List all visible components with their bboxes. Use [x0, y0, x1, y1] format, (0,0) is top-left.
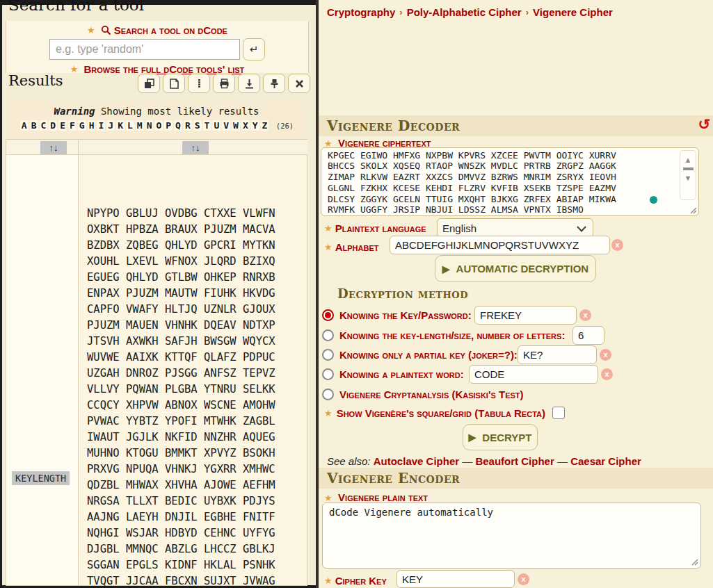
results-table: ↑↓ ↑↓ NPYPO GBLUJ OVDBG CTXXE VLWFNOXBKT…	[6, 139, 307, 586]
textarea-scrollbar[interactable]: ▲ ▼	[680, 150, 696, 200]
document-button[interactable]	[163, 74, 185, 93]
plaintext-value: dCode Vigenere automatically	[329, 507, 700, 518]
plaintext-label: Vigenere plain text	[338, 491, 428, 503]
scroll-down-icon[interactable]: ▼	[684, 173, 692, 183]
see-also-label: See also:	[327, 455, 371, 467]
search-input[interactable]	[49, 39, 240, 60]
clear-key-button[interactable]: x	[579, 309, 591, 321]
copy-button[interactable]	[138, 74, 160, 93]
alphabet-letter: W	[232, 120, 240, 131]
caesar-cipher-link[interactable]: Caesar Cipher	[570, 455, 641, 467]
results-heading: Results	[8, 72, 63, 89]
result-row: WUVWE AAIXK KTTQF QLAFZ PDPUC	[87, 350, 307, 366]
decrypt-button[interactable]: ▶ DECRYPT	[463, 424, 538, 450]
alphabet-letter: C	[40, 120, 48, 131]
breadcrumb-separator: ›	[526, 7, 529, 17]
autoclave-cipher-link[interactable]: Autoclave Cipher	[374, 455, 459, 467]
breadcrumb-vigenere[interactable]: Vigenere Cipher	[533, 6, 613, 18]
search-submit-button[interactable]: ↵	[243, 38, 265, 60]
cipher-key-input[interactable]	[396, 570, 515, 588]
clear-cipher-key-button[interactable]: x	[518, 573, 529, 585]
alphabet-letter: U	[212, 120, 221, 131]
pin-button[interactable]	[263, 74, 285, 93]
clear-alphabet-button[interactable]: x	[611, 239, 623, 251]
partial-key-input[interactable]	[518, 345, 597, 364]
beaufort-cipher-link[interactable]: Beaufort Cipher	[475, 455, 554, 467]
sort-column1-button[interactable]: ↑↓	[40, 141, 67, 154]
breadcrumb-cryptography[interactable]: Cryptography	[327, 6, 395, 18]
alphabet-letter: N	[145, 120, 154, 131]
extension-dot[interactable]	[650, 196, 657, 204]
alphabet-count: (26)	[276, 122, 294, 130]
language-select[interactable]: English	[437, 218, 593, 238]
download-icon	[243, 78, 255, 90]
barcode-button[interactable]	[188, 74, 210, 93]
result-row: UZGAH DNROZ PJSGG ANFSZ TEPVZ	[87, 366, 307, 382]
chevron-down-icon	[577, 226, 586, 232]
ciphertext-textarea[interactable]: BEMPL ERTEB TYBXP AILBK YEYEG EBIRE QHPO…	[321, 147, 699, 216]
scroll-thumb[interactable]	[683, 168, 694, 170]
alphabet-tiles: ABCDEFGHIJKLMNOPQRSTUVWXYZ (26)	[6, 119, 307, 131]
return-icon: ↵	[250, 43, 259, 56]
result-row: PRXVG NPUQA VHNKJ YGXRR XMHWC	[87, 462, 307, 477]
resize-handle-icon[interactable]	[689, 206, 697, 214]
language-label: Plaintext language	[335, 222, 426, 234]
method-row-partial: Knowing only a partial key (joker=?):	[322, 349, 518, 361]
left-panel: Search for a tool ★ Search a tool on dCo…	[2, 0, 316, 588]
warning-text: Showing most likely results	[101, 106, 259, 117]
alphabet-letter: D	[49, 120, 57, 131]
alphabet-letter: Q	[174, 120, 182, 131]
clear-partial-button[interactable]: x	[600, 349, 611, 361]
download-button[interactable]	[238, 74, 260, 93]
close-results-button[interactable]	[288, 74, 310, 93]
method-row-key: Knowing the Key/Password:	[322, 309, 472, 321]
alphabet-letter: J	[106, 120, 115, 131]
square-grid-row: ★ Show Vigenère's square/grid (Tabula Re…	[324, 407, 565, 419]
star-icon: ★	[324, 242, 333, 252]
alphabet-letter: A	[20, 120, 29, 131]
result-row: NRGSA TLLXT BEDIC UYBXK PDJYS	[87, 493, 307, 509]
ciphertext-line: ZIMAP RLKVW EAZRT XXZCS DMVVZ BZRWS MNRI…	[328, 172, 698, 183]
result-row: MUHNO KTOGU BMMKT XPVYZ BSOKH	[87, 446, 307, 462]
ciphertext-line: BHCCS SKOLX XQSEQ RTAOP WNSZK MVDLC PRTR…	[328, 161, 698, 172]
square-grid-checkbox[interactable]	[552, 407, 565, 419]
method-keylength-label: Knowing the key-length/size, number of l…	[339, 329, 565, 341]
search-box: ★ Search a tool on dCode ↵ ★ Browse the …	[6, 21, 309, 73]
result-row: TVQGT JJCAA FBCXN SUJXT JVWAG	[87, 573, 307, 588]
radio-partial-key[interactable]	[322, 349, 334, 361]
key-password-input[interactable]	[474, 306, 577, 325]
alphabet-label: Alphabet	[335, 241, 379, 253]
radio-key-length[interactable]	[322, 329, 334, 341]
star-icon: ★	[87, 25, 95, 35]
resize-handle-icon[interactable]	[690, 557, 698, 566]
result-row: EGUEG QHLYD GTLBW OHKEP RNRXB	[87, 270, 307, 286]
search-icon	[101, 25, 111, 35]
play-icon: ▶	[469, 432, 476, 443]
clear-word-button[interactable]: x	[601, 368, 613, 380]
plaintext-word-input[interactable]	[469, 365, 598, 384]
print-button[interactable]	[213, 74, 235, 93]
breadcrumb: Cryptography › Poly-Alphabetic Cipher › …	[327, 6, 613, 18]
alphabet-letter: M	[136, 120, 144, 131]
result-row: OXBKT HPBZA BRAUX PJUZM MACVA	[87, 222, 307, 238]
result-row: BZDBX ZQBEG QHLYD GPCRI MYTKN	[87, 238, 307, 254]
dash-separator: —	[462, 455, 472, 467]
alphabet-letter: R	[184, 120, 192, 131]
alphabet-row: ★ Alphabet	[324, 241, 378, 253]
result-row: PVWAC YYBTZ YPOFI MTWHK ZAGBL	[87, 414, 307, 430]
radio-cryptanalysis[interactable]	[322, 389, 334, 400]
key-length-input[interactable]	[572, 326, 604, 345]
plaintext-textarea[interactable]: dCode Vigenere automatically	[322, 503, 701, 569]
scroll-up-icon[interactable]: ▲	[684, 155, 692, 165]
alphabet-letter: I	[97, 120, 105, 131]
refresh-icon[interactable]: ↺	[698, 116, 710, 133]
radio-plaintext-word[interactable]	[322, 368, 334, 380]
result-row: JTSVH AXWKH SAFJH BWSGW WQYCX	[87, 334, 307, 350]
automatic-decryption-button[interactable]: ▶ AUTOMATIC DECRYPTION	[435, 255, 596, 282]
radio-key-password[interactable]	[322, 309, 334, 321]
alphabet-input[interactable]	[390, 236, 610, 254]
breadcrumb-poly-alphabetic[interactable]: Poly-Alphabetic Cipher	[407, 6, 522, 18]
sort-column2-button[interactable]: ↑↓	[182, 141, 209, 154]
ciphertext-line: RVMFK UGGFY JRSIP NBJUI LDSSZ ALMSA VPNT…	[328, 204, 698, 215]
right-panel: Cryptography › Poly-Alphabetic Cipher › …	[319, 0, 713, 588]
